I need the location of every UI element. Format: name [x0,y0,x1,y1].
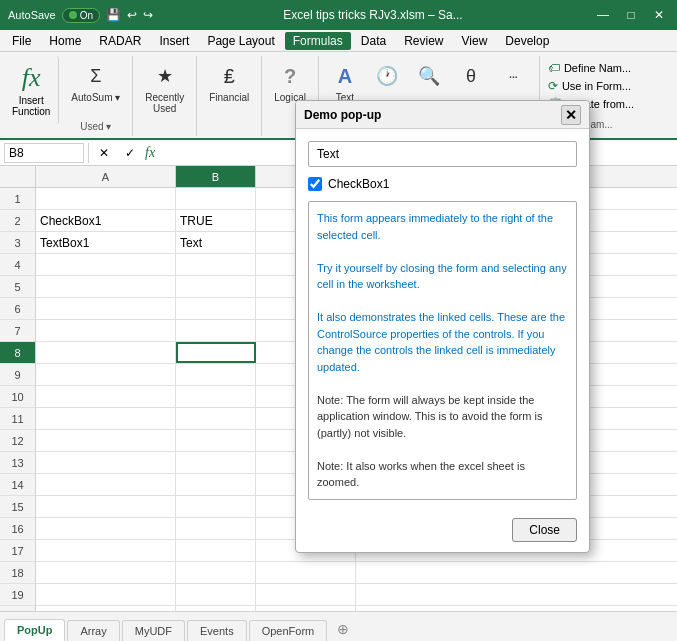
popup-textbox[interactable] [308,141,577,167]
undo-icon[interactable]: ↩ [127,8,137,22]
menu-view[interactable]: View [454,32,496,50]
cell-b3[interactable]: Text [176,232,256,253]
cell-a19[interactable] [36,584,176,605]
cell-b18[interactable] [176,562,256,583]
cell-b17[interactable] [176,540,256,561]
cell-a15[interactable] [36,496,176,517]
cell-a1[interactable] [36,188,176,209]
row-header-5[interactable]: 5 [0,276,35,298]
cell-b8[interactable] [176,342,256,363]
cell-b9[interactable] [176,364,256,385]
math-function-button[interactable]: θ [451,58,491,96]
cell-b4[interactable] [176,254,256,275]
menu-data[interactable]: Data [353,32,394,50]
cell-b6[interactable] [176,298,256,319]
cell-a7[interactable] [36,320,176,341]
cell-a8[interactable] [36,342,176,363]
minimize-button[interactable]: — [593,5,613,25]
define-name-item[interactable]: 🏷 Define Nam... [546,60,636,76]
popup-close-button[interactable]: Close [512,518,577,542]
cell-a4[interactable] [36,254,176,275]
cell-a17[interactable] [36,540,176,561]
cancel-formula-button[interactable]: ✕ [93,145,115,161]
cell-a5[interactable] [36,276,176,297]
menu-radar[interactable]: RADAR [91,32,149,50]
row-header-8[interactable]: 8 [0,342,35,364]
add-sheet-button[interactable]: ⊕ [329,617,357,641]
row-header-1[interactable]: 1 [0,188,35,210]
column-header-a[interactable]: A [36,166,176,187]
row-header-7[interactable]: 7 [0,320,35,342]
datetime-function-button[interactable]: 🕐 [367,58,407,96]
cell-b2[interactable]: TRUE [176,210,256,231]
cell-b1[interactable] [176,188,256,209]
autosum-button[interactable]: Σ AutoSum ▾ [65,58,126,107]
maximize-button[interactable]: □ [621,5,641,25]
sheet-tab-popup[interactable]: PopUp [4,619,65,641]
cell-a10[interactable] [36,386,176,407]
sheet-tab-myudf[interactable]: MyUDF [122,620,185,641]
row-header-9[interactable]: 9 [0,364,35,386]
recently-used-button[interactable]: ★ RecentlyUsed [139,58,190,118]
cell-b12[interactable] [176,430,256,451]
popup-checkbox[interactable] [308,177,322,191]
row-header-14[interactable]: 14 [0,474,35,496]
row-header-15[interactable]: 15 [0,496,35,518]
menu-developer[interactable]: Develop [497,32,557,50]
popup-x-button[interactable]: ✕ [561,105,581,125]
cell-b5[interactable] [176,276,256,297]
sheet-tab-events[interactable]: Events [187,620,247,641]
row-header-2[interactable]: 2 [0,210,35,232]
row-header-10[interactable]: 10 [0,386,35,408]
sheet-tab-openform[interactable]: OpenForm [249,620,328,641]
cell-reference-input[interactable] [4,143,84,163]
row-header-18[interactable]: 18 [0,562,35,584]
row-header-3[interactable]: 3 [0,232,35,254]
close-window-button[interactable]: ✕ [649,5,669,25]
cell-b15[interactable] [176,496,256,517]
save-icon[interactable]: 💾 [106,8,121,22]
cell-a11[interactable] [36,408,176,429]
row-header-4[interactable]: 4 [0,254,35,276]
menu-review[interactable]: Review [396,32,451,50]
cell-b14[interactable] [176,474,256,495]
menu-insert[interactable]: Insert [151,32,197,50]
cell-a6[interactable] [36,298,176,319]
cell-a13[interactable] [36,452,176,473]
cell-a16[interactable] [36,518,176,539]
row-header-19[interactable]: 19 [0,584,35,606]
menu-file[interactable]: File [4,32,39,50]
cell-b19[interactable] [176,584,256,605]
row-header-13[interactable]: 13 [0,452,35,474]
more-functions-button[interactable]: ··· [493,58,533,96]
cell-a12[interactable] [36,430,176,451]
row-header-12[interactable]: 12 [0,430,35,452]
cell-a14[interactable] [36,474,176,495]
menu-home[interactable]: Home [41,32,89,50]
cell-c18[interactable] [256,562,356,583]
cell-a18[interactable] [36,562,176,583]
lookup-function-button[interactable]: 🔍 [409,58,449,96]
cell-b7[interactable] [176,320,256,341]
sheet-tab-array[interactable]: Array [67,620,119,641]
financial-button[interactable]: ₤ Financial [203,58,255,107]
column-header-b[interactable]: B [176,166,256,187]
menu-pagelayout[interactable]: Page Layout [199,32,282,50]
cell-a9[interactable] [36,364,176,385]
insert-function-button[interactable]: fx InsertFunction [4,56,59,124]
row-header-17[interactable]: 17 [0,540,35,562]
row-header-6[interactable]: 6 [0,298,35,320]
confirm-formula-button[interactable]: ✓ [119,145,141,161]
use-in-formula-item[interactable]: ⟳ Use in Form... [546,78,636,94]
cell-b16[interactable] [176,518,256,539]
cell-b13[interactable] [176,452,256,473]
redo-icon[interactable]: ↪ [143,8,153,22]
autosave-toggle[interactable]: On [62,8,100,23]
cell-b10[interactable] [176,386,256,407]
cell-b11[interactable] [176,408,256,429]
row-header-11[interactable]: 11 [0,408,35,430]
row-header-16[interactable]: 16 [0,518,35,540]
cell-c19[interactable] [256,584,356,605]
menu-formulas[interactable]: Formulas [285,32,351,50]
cell-a2[interactable]: CheckBox1 [36,210,176,231]
